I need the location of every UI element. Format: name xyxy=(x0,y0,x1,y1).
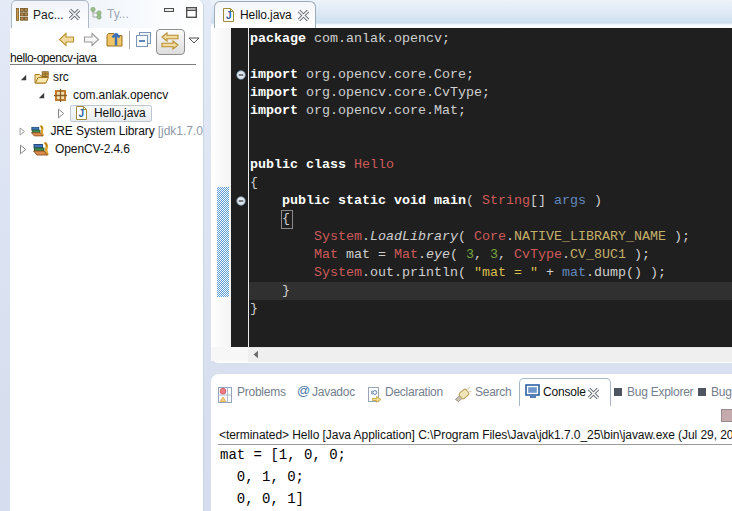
svg-text:J: J xyxy=(226,10,232,21)
svg-text:J: J xyxy=(79,108,85,119)
